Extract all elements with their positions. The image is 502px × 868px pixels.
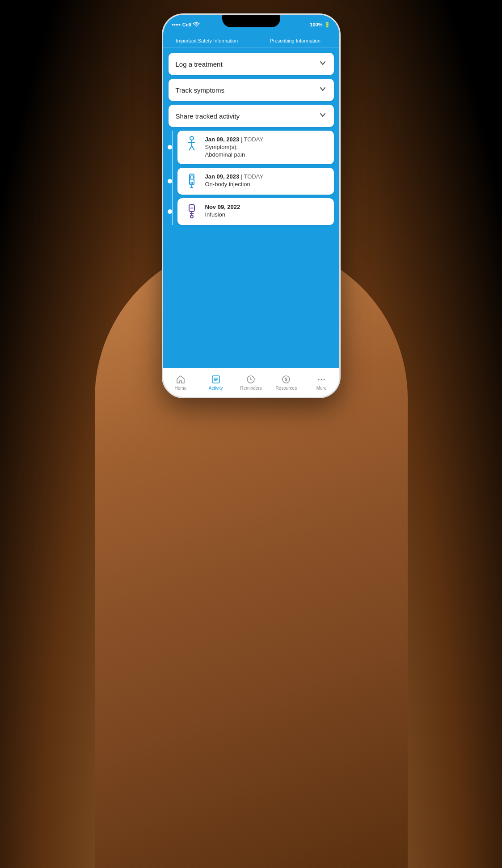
safety-info-tab[interactable]: Important Safety Information [163, 34, 252, 47]
entry-3-content: Nov 09, 2022 Infusion [205, 204, 240, 219]
status-left: ••••• Cell [172, 22, 199, 28]
share-activity-accordion[interactable]: Share tracked activity [169, 105, 334, 127]
nav-more[interactable]: More [304, 372, 339, 393]
svg-point-0 [190, 136, 194, 140]
signal-dots: ••••• [172, 22, 181, 27]
timeline-entry-3[interactable]: Nov 09, 2022 Infusion [177, 198, 334, 225]
entry-3-date: Nov 09, 2022 [205, 204, 240, 210]
injector-icon [184, 173, 200, 189]
timeline-entry-2[interactable]: Jan 09, 2023 | TODAY On-body injection [177, 168, 334, 195]
more-icon [316, 374, 326, 384]
svg-text:$: $ [285, 377, 288, 382]
svg-point-25 [321, 379, 322, 380]
svg-line-21 [251, 379, 252, 380]
log-treatment-label: Log a treatment [176, 60, 223, 68]
battery-icon: 🔋 [324, 22, 330, 27]
timeline-dot-1 [168, 145, 172, 149]
nav-activity-label: Activity [209, 386, 223, 391]
track-symptoms-accordion[interactable]: Track symptoms [169, 79, 334, 101]
nav-home[interactable]: Home [163, 372, 198, 393]
timeline-dot-3 [168, 209, 172, 214]
share-activity-chevron [319, 111, 327, 121]
timeline-dot-2 [168, 179, 172, 183]
svg-line-4 [192, 146, 194, 150]
entry-2-desc: On-body injection [205, 181, 264, 188]
nav-resources[interactable]: $ Resources [269, 372, 304, 393]
entry-2-content: Jan 09, 2023 | TODAY On-body injection [205, 173, 264, 188]
entry-2-date: Jan 09, 2023 | TODAY [205, 173, 264, 180]
entry-1-content: Jan 09, 2023 | TODAY Symptom(s): Abdomin… [205, 136, 264, 159]
entry-2-today: | TODAY [241, 173, 263, 180]
entry-1-desc: Symptom(s): Abdominal pain [205, 144, 264, 159]
svg-point-24 [318, 379, 320, 380]
track-symptoms-chevron [319, 85, 327, 95]
app-content: Log a treatment Track symptoms [163, 47, 339, 368]
carrier-label: Cell [182, 22, 191, 27]
nav-reminders-label: Reminders [240, 386, 262, 391]
nav-home-label: Home [175, 386, 187, 391]
svg-line-3 [189, 146, 192, 150]
activity-icon [211, 374, 221, 384]
log-treatment-accordion[interactable]: Log a treatment [169, 53, 334, 75]
phone-wrapper: ••••• Cell 100% 🔋 [162, 13, 341, 398]
svg-point-13 [190, 215, 193, 218]
share-activity-label: Share tracked activity [176, 112, 240, 120]
entry-1-today: | TODAY [241, 136, 263, 143]
nav-resources-label: Resources [275, 386, 297, 391]
phone-frame: ••••• Cell 100% 🔋 [162, 13, 341, 398]
prescribing-info-tab[interactable]: Prescribing Information [251, 34, 339, 47]
timeline-entry-1[interactable]: Jan 09, 2023 | TODAY Symptom(s): Abdomin… [177, 131, 334, 164]
phone-notch [222, 15, 280, 27]
entry-3-desc: Infusion [205, 211, 240, 219]
nav-more-label: More [316, 386, 327, 391]
status-bar: ••••• Cell 100% 🔋 [163, 15, 339, 34]
phone-inner: ••••• Cell 100% 🔋 [163, 15, 339, 397]
nav-reminders[interactable]: Reminders [233, 372, 269, 393]
battery-label: 100% 🔋 [310, 22, 330, 28]
svg-point-26 [324, 379, 325, 380]
infusion-icon [184, 204, 200, 220]
resources-icon: $ [281, 374, 291, 384]
bottom-nav: Home Activity [163, 368, 339, 397]
wifi-icon [193, 22, 199, 28]
track-symptoms-label: Track symptoms [176, 86, 224, 94]
svg-rect-6 [190, 176, 193, 179]
timeline-container: Jan 09, 2023 | TODAY Symptom(s): Abdomin… [169, 131, 334, 225]
app-header-tabs: Important Safety Information Prescribing… [163, 34, 339, 47]
home-icon [176, 374, 186, 384]
svg-point-7 [191, 182, 193, 184]
timeline-line [172, 131, 173, 225]
log-treatment-chevron [319, 59, 327, 69]
person-icon [184, 136, 200, 152]
entry-1-date: Jan 09, 2023 | TODAY [205, 136, 264, 143]
reminders-icon [246, 374, 256, 384]
nav-activity[interactable]: Activity [198, 372, 233, 393]
